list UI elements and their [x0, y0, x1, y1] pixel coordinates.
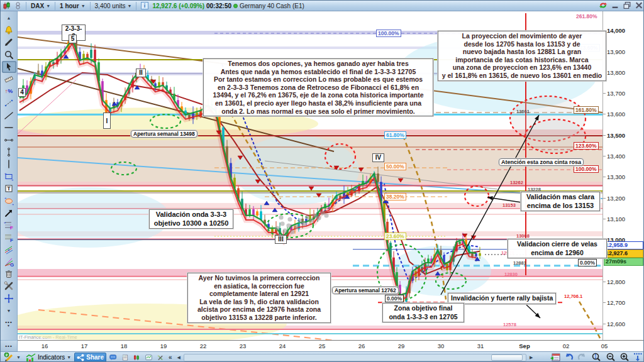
annotation-validation-13153[interactable]: Validación mas clara encima de los 13153 [521, 192, 600, 211]
annotation-validation-close[interactable]: Validacion cierre de velas encima de 129… [508, 239, 607, 258]
signal-dot [294, 224, 298, 229]
signal-dot [324, 213, 328, 217]
wave-label[interactable]: 4 [18, 88, 26, 97]
wave-label[interactable]: 5 [69, 35, 77, 43]
fibonacci-percent-label: 100.00% [574, 165, 599, 173]
candle-body [94, 50, 96, 62]
signal-dot [297, 218, 302, 222]
annotation-weekly-open-low[interactable]: Apertura semanal 12762 [332, 287, 399, 294]
signal-dot [305, 215, 309, 219]
fibonacci-percent-label: 261.80% [575, 13, 599, 19]
signal-dot [309, 218, 313, 222]
annotation-target-zone[interactable]: Zona objetivo final onda 1-3-3-3 en 1270… [382, 303, 464, 322]
fibonacci-percent-label: 23.60% [384, 233, 406, 240]
fibonacci-percent-label: 123.60% [574, 142, 599, 150]
candle-body [256, 211, 258, 216]
annotation-weekly-open-high[interactable]: Apertura semanal 13498 [131, 130, 197, 138]
price-level-label: 12830 [504, 272, 518, 277]
wave-label[interactable]: II [136, 69, 146, 77]
signal-dot [313, 213, 317, 217]
trading-platform-window: DAX ▼ 1 hour ▼ 3,400 units ▼ i 12,927.6 … [0, 0, 644, 362]
signal-dot [282, 228, 287, 233]
candle-body [90, 50, 92, 58]
fibonacci-percent-label: 50.00% [384, 163, 406, 170]
fibonacci-percent-label: 0.00% [578, 259, 597, 266]
fibonacci-percent-label: 38.20% [384, 193, 406, 200]
signal-dot [287, 217, 292, 221]
wave-label[interactable]: III [275, 235, 287, 244]
signal-dot [301, 221, 306, 226]
fibonacci-percent-label: 0.00% [385, 295, 404, 302]
price-level-label: 13153 [502, 203, 516, 208]
wave-label[interactable]: IV [372, 153, 384, 162]
signal-dot [316, 216, 321, 220]
candle-body [248, 209, 251, 216]
annotation-invalidation[interactable]: Invalidación y fuerte rally bajista [448, 293, 556, 304]
candle-body [37, 70, 40, 75]
annotation-yesterday-note[interactable]: Ayer No tuvimos la primera correccion en… [187, 273, 331, 323]
price-level-label: 13601 [516, 109, 530, 114]
price-level-label: 12578 [503, 322, 516, 327]
price-level-label: 13262 [510, 180, 523, 185]
fibonacci-percent-label: 161.80% [574, 106, 599, 114]
signal-dot [290, 229, 294, 234]
fibonacci-percent-label: 61.80% [384, 131, 406, 139]
signal-dot [280, 221, 284, 226]
annotation-projection-note[interactable]: La proyeccion del movimiento de ayer des… [438, 31, 606, 81]
annotation-pink-zone[interactable]: Atención esta zona cinta rosa [499, 158, 584, 166]
annotation-wave-validation[interactable]: Validación onda 3-3-3 objetivo 10300 a 1… [149, 209, 233, 229]
signal-dot [275, 226, 279, 230]
signal-dot [279, 215, 283, 219]
price-level-label: 13008 [516, 234, 530, 239]
fibonacci-percent-label: 100.00% [376, 30, 401, 37]
candle-body [479, 253, 481, 256]
candle-body [252, 209, 255, 216]
wave-label[interactable]: I [103, 112, 111, 129]
price-level-label: 12881 [513, 261, 526, 266]
price-level-label: 12,706.1 [564, 294, 582, 299]
annotation-main-note[interactable]: Tenemos dos opciones, ya hemos ganado ay… [203, 58, 433, 116]
signal-dot [286, 223, 291, 228]
signal-dot [320, 211, 325, 215]
